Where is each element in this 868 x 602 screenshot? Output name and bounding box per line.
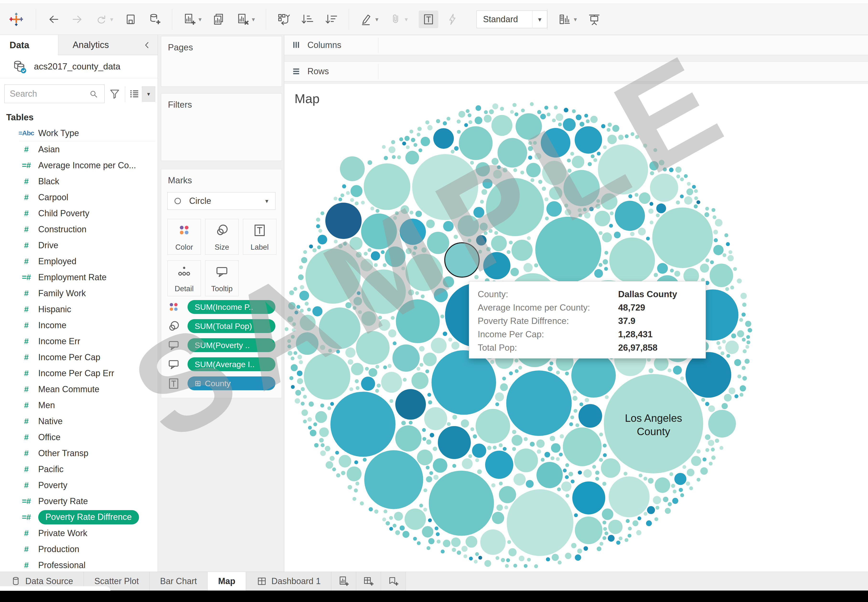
bubble-mark[interactable]	[308, 426, 312, 430]
columns-shelf[interactable]: Columns	[285, 35, 868, 55]
bubble-mark[interactable]	[499, 443, 503, 447]
bubble-mark[interactable]	[469, 557, 473, 561]
field-pacific[interactable]: #Pacific	[0, 461, 158, 477]
bubble-mark[interactable]	[628, 534, 631, 538]
bubble-mark[interactable]	[452, 548, 456, 552]
bubble-mark[interactable]	[602, 482, 606, 486]
bubble-mark[interactable]	[537, 450, 541, 454]
tab-data[interactable]: Data	[0, 35, 58, 55]
bubble-mark[interactable]	[734, 394, 739, 398]
bubble-mark[interactable]	[576, 114, 582, 120]
bubble-mark[interactable]	[697, 200, 700, 204]
bubble-mark[interactable]	[508, 548, 517, 556]
bubble-mark[interactable]	[579, 122, 584, 126]
bubble-mark[interactable]	[427, 393, 431, 397]
bubble-mark[interactable]	[748, 328, 752, 333]
bubble-mark[interactable]	[554, 106, 558, 109]
bubble-mark[interactable]	[305, 302, 309, 306]
bubble-mark[interactable]	[548, 366, 553, 371]
bubble-mark[interactable]	[605, 251, 608, 255]
bubble-mark[interactable]	[670, 269, 674, 273]
bubble-mark[interactable]	[558, 123, 562, 126]
bubble-mark[interactable]	[497, 166, 501, 169]
bubble-mark[interactable]	[392, 344, 420, 372]
bubble-mark[interactable]	[568, 471, 573, 476]
bubble-mark[interactable]	[457, 130, 461, 134]
bubble-mark[interactable]	[537, 110, 541, 114]
bubble-mark[interactable]	[565, 553, 571, 559]
bubble-mark[interactable]	[431, 338, 447, 353]
bubble-mark[interactable]	[570, 152, 574, 156]
bubble-mark[interactable]	[607, 135, 617, 144]
bubble-mark[interactable]	[686, 481, 690, 486]
bubble-mark[interactable]	[546, 201, 562, 217]
bubble-mark[interactable]	[655, 478, 670, 493]
bubble-mark[interactable]	[656, 213, 660, 217]
bubble-mark[interactable]	[563, 468, 566, 472]
bubble-mark[interactable]	[696, 449, 700, 453]
bubble-mark[interactable]	[473, 207, 485, 218]
bubble-mark[interactable]	[590, 116, 598, 123]
bubble-mark[interactable]	[509, 372, 513, 375]
bubble-mark[interactable]	[451, 150, 454, 154]
bubble-mark[interactable]	[408, 290, 414, 295]
bubble-mark[interactable]	[389, 527, 393, 531]
bubble-mark[interactable]	[575, 554, 581, 561]
bubble-mark[interactable]	[500, 107, 504, 111]
bubble-mark[interactable]	[296, 332, 319, 355]
bubble-mark[interactable]	[605, 531, 608, 535]
bubble-mark[interactable]	[480, 223, 488, 230]
bubble-mark[interactable]	[672, 498, 678, 504]
bubble-mark[interactable]	[566, 494, 569, 498]
bubble-mark[interactable]	[348, 485, 352, 490]
bubble-mark[interactable]	[426, 466, 430, 470]
bubble-mark[interactable]	[604, 267, 608, 271]
bubble-mark[interactable]	[652, 207, 713, 268]
field-employment-rate[interactable]: =#Employment Rate	[0, 269, 158, 285]
bubble-mark[interactable]	[362, 269, 406, 314]
bubble-mark[interactable]	[336, 350, 340, 353]
bubble-mark[interactable]	[401, 421, 406, 425]
bubble-mark[interactable]	[428, 400, 432, 404]
bubble-mark[interactable]	[376, 365, 379, 369]
bubble-mark[interactable]	[482, 189, 487, 195]
bubble-mark[interactable]	[512, 103, 516, 107]
bubble-mark[interactable]	[355, 379, 359, 383]
clear-sheet-button[interactable]: ▾	[237, 13, 255, 26]
bubble-mark[interactable]	[599, 263, 602, 267]
bubble-mark[interactable]	[713, 230, 718, 234]
bubble-mark[interactable]	[599, 458, 603, 462]
bubble-mark[interactable]	[518, 366, 522, 370]
bubble-mark[interactable]	[443, 332, 447, 336]
bubble-mark[interactable]	[565, 463, 569, 467]
bubble-mark[interactable]	[551, 443, 560, 453]
bubble-mark[interactable]	[558, 561, 562, 565]
bubble-mark[interactable]	[491, 235, 507, 251]
bubble-mark[interactable]	[371, 206, 374, 210]
bubble-mark[interactable]	[669, 167, 674, 172]
bubble-mark[interactable]	[514, 112, 518, 116]
bubble-mark[interactable]	[540, 114, 546, 119]
bubble-mark[interactable]	[352, 497, 356, 501]
bubble-mark[interactable]	[734, 359, 741, 366]
bubble-mark[interactable]	[536, 439, 545, 448]
bubble-mark[interactable]	[613, 125, 619, 132]
pages-card[interactable]: Pages	[161, 36, 282, 87]
bubble-mark[interactable]	[368, 248, 371, 252]
bubble-mark[interactable]	[603, 145, 607, 149]
bubble-mark[interactable]	[725, 233, 728, 237]
bubble-mark[interactable]	[506, 558, 510, 562]
field-poverty-rate[interactable]: =#Poverty Rate	[0, 493, 158, 509]
bubble-mark[interactable]	[742, 338, 746, 342]
bubble-mark[interactable]	[360, 502, 364, 505]
bubble-mark[interactable]	[505, 564, 509, 568]
bubble-mark[interactable]	[419, 149, 422, 152]
bubble-mark[interactable]	[709, 264, 733, 287]
bubble-mark[interactable]	[602, 232, 612, 243]
bubble-mark[interactable]	[382, 518, 386, 521]
bubble-mark[interactable]	[499, 482, 503, 485]
bubble-mark[interactable]	[308, 417, 312, 422]
bubble-mark[interactable]	[737, 278, 742, 283]
bubble-mark[interactable]	[739, 318, 743, 322]
bubble-mark[interactable]	[594, 211, 610, 226]
